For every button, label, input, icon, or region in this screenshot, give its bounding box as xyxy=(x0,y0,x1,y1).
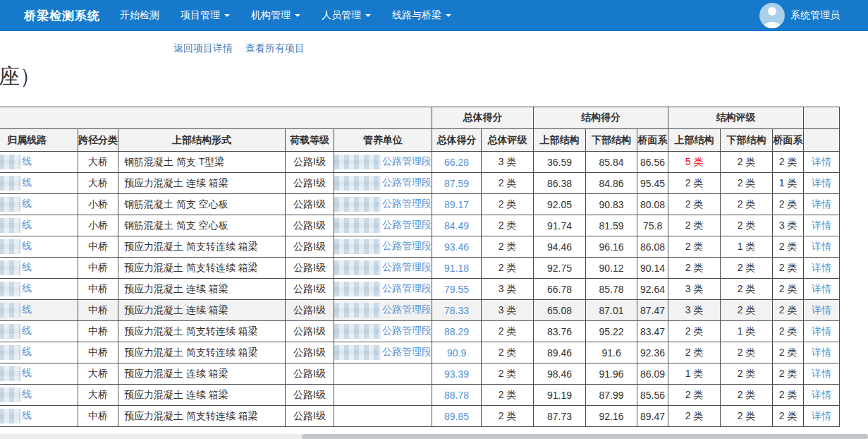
cell-lower-score: 91.96 xyxy=(586,363,637,385)
detail-link[interactable]: 详情 xyxy=(812,368,831,379)
overall-score-link[interactable]: 84.49 xyxy=(444,220,469,231)
table-row: 2线小桥钢筋混凝土 简支 空心板公路I级公路管理段84.492 类91.7481… xyxy=(0,215,840,236)
col-header-overall-score: 总体得分 xyxy=(432,129,482,152)
cell-line: 2线 xyxy=(0,279,78,300)
detail-link[interactable]: 详情 xyxy=(812,156,831,167)
overall-score-link[interactable]: 66.28 xyxy=(444,157,469,168)
cell-upper-rating: 2 类 xyxy=(668,173,721,194)
nav-item-lines-and-bridges[interactable]: 线路与桥梁 xyxy=(392,9,451,22)
cell-upper-rating: 2 类 xyxy=(668,258,721,279)
detail-link[interactable]: 详情 xyxy=(812,325,831,337)
cell-upper-score: 87.73 xyxy=(534,406,586,427)
cell-load-grade: 公路I级 xyxy=(286,258,334,279)
cell-upper-rating: 2 类 xyxy=(668,385,721,406)
line-link[interactable]: 线 xyxy=(22,282,32,294)
detail-link[interactable]: 详情 xyxy=(812,347,831,358)
overall-score-link[interactable]: 93.39 xyxy=(444,368,469,380)
maintenance-unit-link[interactable]: 公路管理段 xyxy=(382,325,432,336)
overall-score-link[interactable]: 88.78 xyxy=(444,390,469,401)
detail-link[interactable]: 详情 xyxy=(812,241,831,252)
cell-load-grade: 公路I级 xyxy=(286,236,334,258)
line-link[interactable]: 线 xyxy=(22,261,32,272)
user-name: 系统管理员 xyxy=(790,9,840,22)
cell-lower-rating: 2 类 xyxy=(721,342,773,363)
detail-link[interactable]: 详情 xyxy=(812,220,831,231)
line-link[interactable]: 线 xyxy=(22,303,32,315)
cell-load-grade: 公路I级 xyxy=(286,321,334,342)
maintenance-unit-link[interactable]: 公路管理段 xyxy=(382,346,432,357)
maintenance-unit-link[interactable]: 公路管理段 xyxy=(382,176,432,188)
table-row: 2线中桥预应力混凝土 简支转连续 箱梁公路I级公路管理段88.292 类83.7… xyxy=(0,321,840,342)
cell-line: 2线 xyxy=(0,363,78,385)
line-link[interactable]: 线 xyxy=(22,240,32,251)
cell-line: 2线 xyxy=(0,406,78,427)
overall-score-link[interactable]: 91.18 xyxy=(444,263,469,274)
cell-detail: 详情 xyxy=(804,152,840,173)
horizontal-scrollbar[interactable] xyxy=(0,434,868,439)
cell-deck-rating: 2 类 xyxy=(773,194,804,215)
maintenance-unit-link[interactable]: 公路管理段 xyxy=(382,261,432,272)
page-title: 座） xyxy=(0,62,868,91)
line-link[interactable]: 线 xyxy=(22,367,32,378)
overall-score-link[interactable]: 89.85 xyxy=(444,411,469,422)
line-link[interactable]: 线 xyxy=(22,155,32,167)
detail-link[interactable]: 详情 xyxy=(812,389,831,400)
cell-upper-score: 94.46 xyxy=(534,236,586,258)
cell-overall-score: 84.49 xyxy=(432,215,482,236)
detail-link[interactable]: 详情 xyxy=(812,410,831,421)
cell-lower-rating: 2 类 xyxy=(721,385,773,406)
cell-upper-score: 86.38 xyxy=(534,173,586,194)
line-link[interactable]: 线 xyxy=(22,388,32,399)
detail-link[interactable]: 详情 xyxy=(812,304,831,315)
cell-maintenance-unit xyxy=(334,363,432,385)
cell-upper-rating: 2 类 xyxy=(668,236,721,258)
line-link[interactable]: 线 xyxy=(22,325,32,336)
cell-span-type: 大桥 xyxy=(78,385,118,406)
overall-score-link[interactable]: 79.55 xyxy=(444,284,469,295)
link-view-all-projects[interactable]: 查看所有项目 xyxy=(245,42,305,54)
line-link[interactable]: 线 xyxy=(22,219,32,230)
maintenance-unit-link[interactable]: 公路管理段 xyxy=(382,155,432,167)
line-link[interactable]: 线 xyxy=(22,198,32,209)
nav-item-project-management[interactable]: 项目管理 xyxy=(181,9,230,22)
line-link[interactable]: 线 xyxy=(22,176,32,188)
cell-upper-rating: 5 类 xyxy=(668,152,721,173)
cell-overall-score: 90.9 xyxy=(432,342,482,363)
overall-score-link[interactable]: 88.29 xyxy=(444,326,469,337)
cell-detail: 详情 xyxy=(804,173,840,194)
nav-item-organization-management[interactable]: 机构管理 xyxy=(251,9,300,22)
maintenance-unit-link[interactable]: 公路管理段 xyxy=(382,282,432,294)
nav-item-personnel-management[interactable]: 人员管理 xyxy=(322,9,371,22)
nav-item-start-inspection[interactable]: 开始检测 xyxy=(120,9,159,22)
col-header-overall-rating: 总体评级 xyxy=(482,129,534,152)
overall-score-link[interactable]: 89.17 xyxy=(444,199,469,210)
detail-link[interactable]: 详情 xyxy=(812,262,831,273)
maintenance-unit-link[interactable]: 公路管理段 xyxy=(382,219,432,230)
cell-overall-rating: 2 类 xyxy=(482,363,534,385)
app-title[interactable]: 桥梁检测系统 xyxy=(24,8,100,24)
detail-link[interactable]: 详情 xyxy=(812,283,831,294)
cell-deck-score: 86.56 xyxy=(637,152,668,173)
maintenance-unit-link[interactable]: 公路管理段 xyxy=(382,240,432,251)
line-link[interactable]: 线 xyxy=(22,346,32,357)
cell-span-type: 小桥 xyxy=(78,215,118,236)
overall-score-link[interactable]: 90.9 xyxy=(447,347,466,359)
maintenance-unit-link[interactable]: 公路管理段 xyxy=(382,198,432,209)
cell-span-type: 中桥 xyxy=(78,342,118,363)
cell-maintenance-unit: 公路管理段 xyxy=(334,152,432,173)
overall-score-link[interactable]: 87.59 xyxy=(444,178,469,189)
cell-deck-rating: 2 类 xyxy=(773,406,804,427)
detail-link[interactable]: 详情 xyxy=(812,177,831,188)
detail-link[interactable]: 详情 xyxy=(812,198,831,210)
redacted-blur xyxy=(0,218,20,233)
cell-upper-rating: 3 类 xyxy=(668,279,721,300)
scrollbar-thumb[interactable] xyxy=(302,434,868,439)
user-avatar-icon xyxy=(759,3,785,28)
line-link[interactable]: 线 xyxy=(22,409,32,421)
cell-upper-rating: 2 类 xyxy=(668,215,721,236)
maintenance-unit-link[interactable]: 公路管理段 xyxy=(382,303,432,315)
overall-score-link[interactable]: 93.46 xyxy=(444,241,469,253)
overall-score-link[interactable]: 78.33 xyxy=(444,305,469,316)
user-menu[interactable]: 系统管理员 xyxy=(759,0,840,31)
link-back-to-project-detail[interactable]: 返回项目详情 xyxy=(173,42,233,54)
